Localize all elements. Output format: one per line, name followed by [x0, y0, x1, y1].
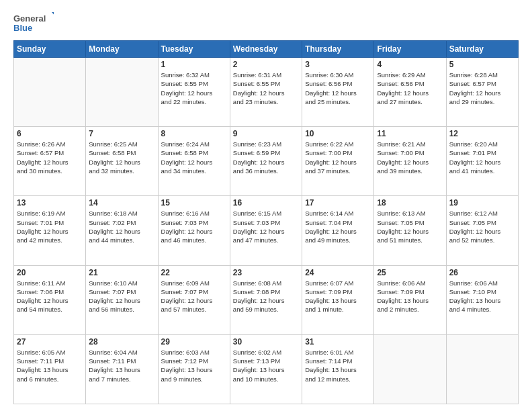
- day-info: Sunrise: 6:24 AM Sunset: 6:58 PM Dayligh…: [161, 140, 227, 175]
- day-number: 7: [89, 129, 154, 138]
- day-info: Sunrise: 6:04 AM Sunset: 7:11 PM Dayligh…: [89, 348, 154, 383]
- day-number: 14: [89, 198, 154, 208]
- day-info: Sunrise: 6:01 AM Sunset: 7:14 PM Dayligh…: [305, 348, 371, 383]
- calendar-cell: 28Sunrise: 6:04 AM Sunset: 7:11 PM Dayli…: [86, 334, 158, 404]
- svg-marker-2: [52, 12, 54, 16]
- day-info: Sunrise: 6:13 AM Sunset: 7:05 PM Dayligh…: [377, 209, 443, 244]
- calendar-cell: 11Sunrise: 6:21 AM Sunset: 7:00 PM Dayli…: [374, 127, 446, 196]
- calendar-cell: 14Sunrise: 6:18 AM Sunset: 7:02 PM Dayli…: [86, 196, 158, 265]
- calendar-cell: 30Sunrise: 6:02 AM Sunset: 7:13 PM Dayli…: [230, 334, 302, 404]
- day-number: 24: [305, 268, 371, 277]
- day-number: 18: [377, 198, 443, 208]
- day-info: Sunrise: 6:03 AM Sunset: 7:12 PM Dayligh…: [161, 348, 227, 383]
- day-number: 9: [233, 129, 299, 138]
- day-info: Sunrise: 6:28 AM Sunset: 6:57 PM Dayligh…: [449, 71, 515, 106]
- logo: General Blue: [13, 11, 54, 35]
- day-number: 19: [449, 198, 515, 208]
- weekday-header-thursday: Thursday: [302, 41, 374, 58]
- day-number: 11: [377, 129, 443, 138]
- calendar-cell: 27Sunrise: 6:05 AM Sunset: 7:11 PM Dayli…: [14, 334, 86, 404]
- day-info: Sunrise: 6:09 AM Sunset: 7:07 PM Dayligh…: [161, 279, 227, 314]
- calendar-cell: 4Sunrise: 6:29 AM Sunset: 6:56 PM Daylig…: [374, 58, 446, 127]
- day-number: 22: [161, 268, 227, 277]
- calendar-cell: 7Sunrise: 6:25 AM Sunset: 6:58 PM Daylig…: [86, 127, 158, 196]
- calendar-cell: 5Sunrise: 6:28 AM Sunset: 6:57 PM Daylig…: [446, 58, 518, 127]
- calendar-cell: 10Sunrise: 6:22 AM Sunset: 7:00 PM Dayli…: [302, 127, 374, 196]
- calendar-cell: 22Sunrise: 6:09 AM Sunset: 7:07 PM Dayli…: [158, 265, 230, 334]
- weekday-header-friday: Friday: [374, 41, 446, 58]
- day-info: Sunrise: 6:08 AM Sunset: 7:08 PM Dayligh…: [233, 279, 299, 314]
- page: General Blue SundayMondayTuesdayWednesda…: [0, 0, 532, 411]
- day-info: Sunrise: 6:32 AM Sunset: 6:55 PM Dayligh…: [161, 71, 227, 106]
- day-info: Sunrise: 6:06 AM Sunset: 7:09 PM Dayligh…: [377, 279, 443, 314]
- day-number: 26: [449, 268, 515, 277]
- calendar-cell: 18Sunrise: 6:13 AM Sunset: 7:05 PM Dayli…: [374, 196, 446, 265]
- day-number: 6: [17, 129, 83, 138]
- calendar-cell: [446, 334, 518, 404]
- day-info: Sunrise: 6:10 AM Sunset: 7:07 PM Dayligh…: [89, 279, 154, 314]
- weekday-header-sunday: Sunday: [14, 41, 86, 58]
- day-number: 25: [377, 268, 443, 277]
- calendar-cell: 29Sunrise: 6:03 AM Sunset: 7:12 PM Dayli…: [158, 334, 230, 404]
- day-number: 29: [161, 337, 227, 347]
- calendar-cell: 25Sunrise: 6:06 AM Sunset: 7:09 PM Dayli…: [374, 265, 446, 334]
- calendar-cell: 9Sunrise: 6:23 AM Sunset: 6:59 PM Daylig…: [230, 127, 302, 196]
- svg-text:General: General: [13, 13, 46, 24]
- weekday-header-wednesday: Wednesday: [230, 41, 302, 58]
- day-number: 28: [89, 337, 154, 347]
- calendar-cell: 2Sunrise: 6:31 AM Sunset: 6:55 PM Daylig…: [230, 58, 302, 127]
- weekday-header-row: SundayMondayTuesdayWednesdayThursdayFrid…: [14, 41, 519, 58]
- calendar-table: SundayMondayTuesdayWednesdayThursdayFrid…: [13, 40, 519, 404]
- calendar-week-4: 20Sunrise: 6:11 AM Sunset: 7:06 PM Dayli…: [14, 265, 519, 334]
- calendar-cell: 24Sunrise: 6:07 AM Sunset: 7:09 PM Dayli…: [302, 265, 374, 334]
- calendar-cell: 12Sunrise: 6:20 AM Sunset: 7:01 PM Dayli…: [446, 127, 518, 196]
- day-number: 2: [233, 60, 299, 69]
- day-info: Sunrise: 6:25 AM Sunset: 6:58 PM Dayligh…: [89, 140, 154, 175]
- day-number: 5: [449, 60, 515, 69]
- day-info: Sunrise: 6:05 AM Sunset: 7:11 PM Dayligh…: [17, 348, 83, 383]
- calendar-cell: 8Sunrise: 6:24 AM Sunset: 6:58 PM Daylig…: [158, 127, 230, 196]
- calendar-cell: 26Sunrise: 6:06 AM Sunset: 7:10 PM Dayli…: [446, 265, 518, 334]
- weekday-header-saturday: Saturday: [446, 41, 518, 58]
- day-number: 27: [17, 337, 83, 347]
- day-info: Sunrise: 6:31 AM Sunset: 6:55 PM Dayligh…: [233, 71, 299, 106]
- calendar-cell: 16Sunrise: 6:15 AM Sunset: 7:03 PM Dayli…: [230, 196, 302, 265]
- calendar-week-3: 13Sunrise: 6:19 AM Sunset: 7:01 PM Dayli…: [14, 196, 519, 265]
- day-number: 13: [17, 198, 83, 208]
- day-number: 17: [305, 198, 371, 208]
- calendar-cell: [374, 334, 446, 404]
- day-number: 20: [17, 268, 83, 277]
- day-info: Sunrise: 6:02 AM Sunset: 7:13 PM Dayligh…: [233, 348, 299, 383]
- day-info: Sunrise: 6:06 AM Sunset: 7:10 PM Dayligh…: [449, 279, 515, 314]
- day-info: Sunrise: 6:11 AM Sunset: 7:06 PM Dayligh…: [17, 279, 83, 314]
- day-number: 16: [233, 198, 299, 208]
- day-number: 15: [161, 198, 227, 208]
- day-info: Sunrise: 6:20 AM Sunset: 7:01 PM Dayligh…: [449, 140, 515, 175]
- day-number: 8: [161, 129, 227, 138]
- day-info: Sunrise: 6:15 AM Sunset: 7:03 PM Dayligh…: [233, 209, 299, 244]
- day-number: 12: [449, 129, 515, 138]
- day-number: 10: [305, 129, 371, 138]
- calendar-cell: [86, 58, 158, 127]
- day-info: Sunrise: 6:21 AM Sunset: 7:00 PM Dayligh…: [377, 140, 443, 175]
- weekday-header-tuesday: Tuesday: [158, 41, 230, 58]
- day-info: Sunrise: 6:30 AM Sunset: 6:56 PM Dayligh…: [305, 71, 371, 106]
- day-info: Sunrise: 6:19 AM Sunset: 7:01 PM Dayligh…: [17, 209, 83, 244]
- day-number: 31: [305, 337, 371, 347]
- day-number: 4: [377, 60, 443, 69]
- calendar-week-1: 1Sunrise: 6:32 AM Sunset: 6:55 PM Daylig…: [14, 58, 519, 127]
- day-info: Sunrise: 6:14 AM Sunset: 7:04 PM Dayligh…: [305, 209, 371, 244]
- day-info: Sunrise: 6:12 AM Sunset: 7:05 PM Dayligh…: [449, 209, 515, 244]
- day-info: Sunrise: 6:23 AM Sunset: 6:59 PM Dayligh…: [233, 140, 299, 175]
- day-number: 23: [233, 268, 299, 277]
- logo-svg: General Blue: [13, 11, 54, 35]
- calendar-cell: 21Sunrise: 6:10 AM Sunset: 7:07 PM Dayli…: [86, 265, 158, 334]
- calendar-week-5: 27Sunrise: 6:05 AM Sunset: 7:11 PM Dayli…: [14, 334, 519, 404]
- day-number: 21: [89, 268, 154, 277]
- calendar-cell: 17Sunrise: 6:14 AM Sunset: 7:04 PM Dayli…: [302, 196, 374, 265]
- calendar-cell: 23Sunrise: 6:08 AM Sunset: 7:08 PM Dayli…: [230, 265, 302, 334]
- header: General Blue: [13, 11, 519, 35]
- calendar-cell: 6Sunrise: 6:26 AM Sunset: 6:57 PM Daylig…: [14, 127, 86, 196]
- day-number: 1: [161, 60, 227, 69]
- day-number: 3: [305, 60, 371, 69]
